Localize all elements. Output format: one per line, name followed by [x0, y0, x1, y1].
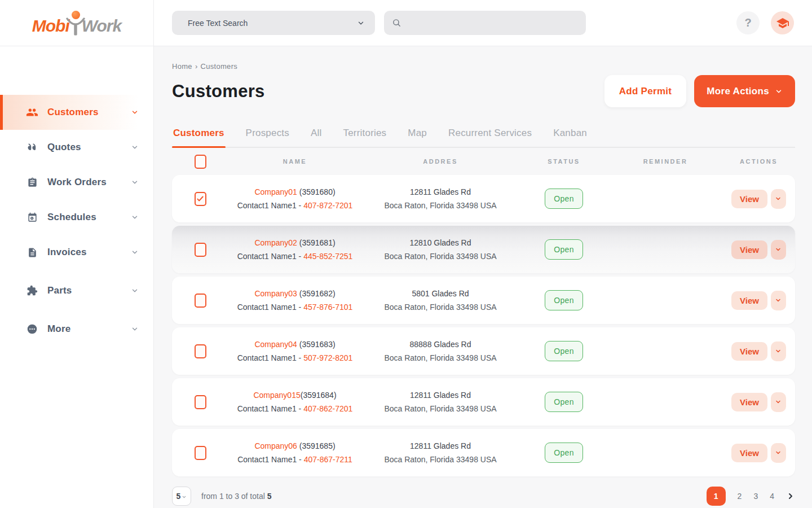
row-actions-dropdown[interactable]: [771, 291, 786, 310]
customer-name-cell: Company04 (3591683) Contact1 Name1 - 507…: [228, 338, 361, 365]
view-button[interactable]: View: [731, 393, 767, 411]
global-search-field[interactable]: [384, 11, 586, 35]
tab-all[interactable]: All: [310, 122, 323, 147]
search-type-dropdown[interactable]: Free Text Search: [172, 11, 375, 35]
address-cell: 12811 Glades Rd Boca Raton, Florida 3349…: [361, 185, 519, 212]
row-checkbox[interactable]: [195, 344, 206, 358]
tab-map[interactable]: Map: [407, 122, 428, 147]
row-checkbox[interactable]: [195, 446, 206, 460]
status-badge: Open: [545, 392, 582, 412]
sidebar-item-schedules[interactable]: Schedules: [0, 200, 153, 235]
more-actions-button[interactable]: More Actions: [694, 75, 795, 107]
contact-name: Contact1 Name1 -: [237, 201, 304, 210]
company-link[interactable]: Company03: [254, 289, 297, 298]
customer-name-cell: Company01 (3591680) Contact1 Name1 - 407…: [228, 185, 361, 212]
training-button[interactable]: [771, 11, 794, 34]
row-actions-dropdown[interactable]: [771, 443, 786, 463]
sidebar-item-label: Customers: [47, 107, 131, 118]
table-row[interactable]: Company015(3591684) Contact1 Name1 - 407…: [172, 378, 795, 426]
view-button[interactable]: View: [731, 190, 767, 208]
row-checkbox[interactable]: [195, 192, 206, 206]
table-row[interactable]: Company01 (3591680) Contact1 Name1 - 407…: [172, 175, 795, 222]
phone-link[interactable]: 507-972-8201: [303, 353, 352, 362]
company-link[interactable]: Company02: [254, 238, 297, 247]
phone-link[interactable]: 407-862-7201: [303, 404, 352, 413]
add-permit-button[interactable]: Add Permit: [604, 75, 687, 107]
page-button-3[interactable]: 3: [753, 492, 758, 501]
column-header-name: NAME: [228, 158, 361, 165]
address-cell: 12810 Glades Rd Boca Raton, Florida 3349…: [361, 236, 519, 263]
contact-name: Contact1 Name1 -: [237, 303, 304, 312]
address-line1: 12811 Glades Rd: [361, 388, 519, 402]
select-all-checkbox[interactable]: [195, 155, 206, 169]
pagination-bar: 5 from 1 to 3 of total 5 1 2 3 4: [172, 487, 795, 508]
column-header-status: STATUS: [519, 158, 608, 165]
sidebar-item-quotes[interactable]: Quotes: [0, 130, 153, 165]
view-button[interactable]: View: [731, 342, 767, 361]
breadcrumb-home[interactable]: Home: [172, 62, 192, 71]
company-link[interactable]: Company04: [254, 340, 297, 349]
phone-link[interactable]: 457-876-7101: [303, 303, 352, 312]
table-row[interactable]: Company06 (3591685) Contact1 Name1 - 407…: [172, 429, 795, 476]
address-line1: 5801 Glades Rd: [361, 287, 519, 300]
table-row[interactable]: Company02 (3591681) Contact1 Name1 - 445…: [172, 226, 795, 273]
status-badge: Open: [545, 443, 582, 463]
sidebar-item-label: Schedules: [47, 212, 131, 223]
row-actions-dropdown[interactable]: [771, 392, 786, 412]
row-actions-dropdown[interactable]: [771, 341, 786, 361]
chevron-down-icon: [131, 287, 139, 295]
status-badge: Open: [545, 189, 582, 209]
ellipsis-icon: [26, 323, 38, 335]
breadcrumb-current: Customers: [201, 62, 238, 71]
company-link[interactable]: Company06: [254, 441, 297, 450]
app: Mobi Work Free Text Search: [0, 0, 812, 508]
table-row[interactable]: Company03 (3591682) Contact1 Name1 - 457…: [172, 277, 795, 324]
sidebar-item-invoices[interactable]: Invoices: [0, 235, 153, 270]
more-actions-label: More Actions: [707, 86, 769, 97]
address-cell: 12811 Glades Rd Boca Raton, Florida 3349…: [361, 439, 519, 466]
page-button-2[interactable]: 2: [738, 492, 742, 501]
chevron-down-icon: [131, 325, 139, 333]
contact-name: Contact1 Name1 -: [237, 455, 304, 464]
tab-recurrent-services[interactable]: Recurrent Services: [447, 122, 533, 147]
tab-customers[interactable]: Customers: [172, 122, 226, 147]
table-header: NAME ADDRES STATUS REMINDER ACTIONS: [172, 148, 795, 175]
contact-name: Contact1 Name1 -: [237, 404, 304, 413]
row-checkbox[interactable]: [195, 294, 206, 308]
help-button[interactable]: ?: [736, 11, 760, 34]
status-badge: Open: [545, 239, 582, 260]
graduation-cap-icon: [776, 16, 789, 30]
phone-link[interactable]: 407-872-7201: [303, 201, 352, 210]
table-row[interactable]: Company04 (3591683) Contact1 Name1 - 507…: [172, 327, 795, 375]
company-link[interactable]: Company01: [254, 187, 297, 196]
sidebar-item-work-orders[interactable]: Work Orders: [0, 165, 153, 200]
invoice-icon: [26, 246, 38, 259]
row-checkbox[interactable]: [195, 243, 206, 257]
phone-link[interactable]: 445-852-7251: [303, 252, 352, 261]
next-page-button[interactable]: [786, 492, 795, 501]
row-checkbox[interactable]: [195, 395, 206, 409]
sidebar-item-parts[interactable]: Parts: [0, 273, 153, 308]
address-line1: 12810 Glades Rd: [361, 236, 519, 249]
page-size-select[interactable]: 5: [172, 487, 191, 506]
tab-territories[interactable]: Territories: [342, 122, 388, 147]
address-cell: 5801 Glades Rd Boca Raton, Florida 33498…: [361, 287, 519, 314]
tab-prospects[interactable]: Prospects: [245, 122, 290, 147]
tab-kanban[interactable]: Kanban: [552, 122, 588, 147]
sidebar-item-customers[interactable]: Customers: [0, 95, 153, 130]
search-input[interactable]: [406, 19, 578, 28]
view-button[interactable]: View: [731, 291, 767, 310]
row-actions-dropdown[interactable]: [771, 240, 786, 260]
page-button-4[interactable]: 4: [770, 492, 774, 501]
pagination-summary: from 1 to 3 of total 5: [201, 492, 272, 501]
phone-link[interactable]: 407-867-7211: [304, 455, 352, 464]
row-actions-dropdown[interactable]: [771, 189, 786, 209]
company-link[interactable]: Company015: [253, 391, 300, 400]
view-button[interactable]: View: [731, 444, 767, 462]
page-button-1[interactable]: 1: [707, 487, 726, 506]
summary-text: from 1 to 3 of total: [201, 492, 267, 501]
company-id: (3591682): [297, 289, 336, 298]
sidebar-item-more[interactable]: More: [0, 312, 153, 347]
chevron-down-icon: [131, 213, 139, 221]
view-button[interactable]: View: [731, 240, 767, 259]
